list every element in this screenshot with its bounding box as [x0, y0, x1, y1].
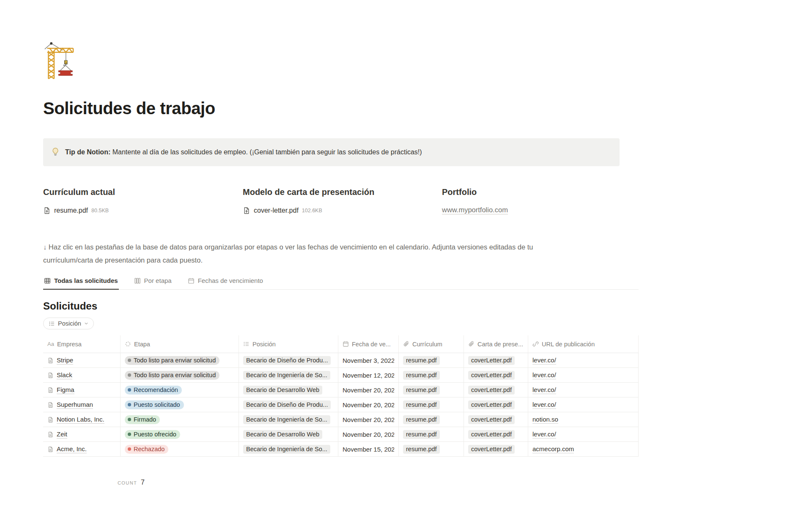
due-date-cell[interactable]: November 20, 2022: [338, 427, 399, 441]
due-date-cell[interactable]: November 12, 2022: [338, 368, 399, 382]
position-tag[interactable]: Becario de Ingeniería de So...: [243, 371, 330, 380]
file-name[interactable]: cover-letter.pdf: [254, 207, 299, 214]
company-cell[interactable]: Superhuman: [43, 397, 121, 412]
column-header-curriculum[interactable]: Currículum: [399, 335, 464, 353]
company-link[interactable]: Slack: [57, 371, 72, 379]
due-date-cell[interactable]: November 20, 2022: [338, 383, 399, 397]
due-date-cell[interactable]: November 20, 2022: [338, 412, 399, 427]
position-cell[interactable]: Becario de Ingeniería de So...: [239, 442, 338, 456]
stage-cell[interactable]: Todo listo para enviar solicitud: [121, 353, 239, 367]
url-cell[interactable]: notion.so: [528, 412, 639, 427]
posting-url-link[interactable]: acmecorp.com: [532, 445, 574, 453]
table-row[interactable]: Zeit Puesto ofrecido Becario de Desarrol…: [43, 427, 639, 442]
cover-letter-file-tag[interactable]: coverLetter.pdf: [468, 356, 515, 365]
company-link[interactable]: Superhuman: [57, 401, 93, 409]
position-cell[interactable]: Becario de Desarrollo Web: [239, 427, 338, 441]
column-header-fecha[interactable]: Fecha de ve...: [338, 335, 399, 353]
cover-letter-file-tag[interactable]: coverLetter.pdf: [468, 445, 515, 454]
stage-cell[interactable]: Rechazado: [121, 442, 239, 456]
stage-cell[interactable]: Puesto solicitado: [121, 397, 239, 412]
stage-tag[interactable]: Todo listo para enviar solicitud: [125, 356, 219, 365]
curriculum-cell[interactable]: resume.pdf: [399, 397, 464, 412]
count-calculation[interactable]: COUNT 7: [43, 479, 145, 486]
stage-tag[interactable]: Todo listo para enviar solicitud: [125, 371, 219, 380]
company-cell[interactable]: Stripe: [43, 353, 121, 367]
column-header-url[interactable]: URL de publicación: [528, 335, 639, 353]
company-link[interactable]: Notion Labs, Inc.: [57, 416, 104, 424]
url-cell[interactable]: lever.co/: [528, 383, 639, 397]
due-date-cell[interactable]: November 15, 2022: [338, 442, 399, 456]
company-cell[interactable]: Slack: [43, 368, 121, 382]
position-tag[interactable]: Becario de Ingeniería de So...: [243, 445, 330, 454]
cover-letter-file-tag[interactable]: coverLetter.pdf: [468, 415, 515, 424]
posting-url-link[interactable]: lever.co/: [532, 430, 556, 438]
position-tag[interactable]: Becario de Desarrollo Web: [243, 386, 322, 395]
cover-letter-cell[interactable]: coverLetter.pdf: [464, 442, 528, 456]
resume-file-tag[interactable]: resume.pdf: [403, 415, 440, 424]
position-cell[interactable]: Becario de Diseño de Produ...: [239, 397, 338, 412]
position-tag[interactable]: Becario de Diseño de Produ...: [243, 400, 331, 409]
resume-file-tag[interactable]: resume.pdf: [403, 430, 440, 439]
company-cell[interactable]: Acme, Inc.: [43, 442, 121, 456]
table-row[interactable]: Superhuman Puesto solicitado Becario de …: [43, 397, 639, 412]
url-cell[interactable]: lever.co/: [528, 368, 639, 382]
cover-letter-file-tag[interactable]: coverLetter.pdf: [468, 386, 515, 395]
cover-letter-cell[interactable]: coverLetter.pdf: [464, 427, 528, 441]
company-cell[interactable]: Notion Labs, Inc.: [43, 412, 121, 427]
position-tag[interactable]: Becario de Desarrollo Web: [243, 430, 322, 439]
posting-url-link[interactable]: lever.co/: [532, 386, 556, 394]
cover-letter-cell[interactable]: coverLetter.pdf: [464, 397, 528, 412]
stage-cell[interactable]: Puesto ofrecido: [121, 427, 239, 441]
column-header-posicion[interactable]: Posición: [239, 335, 338, 353]
column-header-carta[interactable]: Carta de prese...: [464, 335, 528, 353]
resume-file-tag[interactable]: resume.pdf: [403, 400, 440, 409]
cover-letter-cell[interactable]: coverLetter.pdf: [464, 368, 528, 382]
stage-cell[interactable]: Recomendación: [121, 383, 239, 397]
url-cell[interactable]: lever.co/: [528, 427, 639, 441]
position-cell[interactable]: Becario de Ingeniería de So...: [239, 412, 338, 427]
company-link[interactable]: Stripe: [57, 356, 73, 364]
company-link[interactable]: Figma: [57, 386, 74, 394]
cover-letter-file[interactable]: cover-letter.pdf 102.6KB: [243, 207, 442, 214]
curriculum-cell[interactable]: resume.pdf: [399, 353, 464, 367]
company-cell[interactable]: Figma: [43, 383, 121, 397]
column-header-empresa[interactable]: Aa Empresa: [43, 335, 121, 353]
stage-tag[interactable]: Puesto ofrecido: [125, 430, 180, 439]
posting-url-link[interactable]: lever.co/: [532, 356, 556, 364]
cover-letter-cell[interactable]: coverLetter.pdf: [464, 412, 528, 427]
construction-crane-icon[interactable]: [43, 40, 84, 81]
resume-file-tag[interactable]: resume.pdf: [403, 356, 440, 365]
tab-todas-las-solicitudes[interactable]: Todas las solicitudes: [43, 277, 119, 290]
tab-fechas-de-vencimiento[interactable]: Fechas de vencimiento: [187, 277, 264, 290]
cover-letter-file-tag[interactable]: coverLetter.pdf: [468, 430, 515, 439]
stage-cell[interactable]: Todo listo para enviar solicitud: [121, 368, 239, 382]
column-header-etapa[interactable]: Etapa: [121, 335, 239, 353]
table-row[interactable]: Acme, Inc. Rechazado Becario de Ingenier…: [43, 442, 639, 457]
posting-url-link[interactable]: lever.co/: [532, 371, 556, 379]
stage-tag[interactable]: Firmado: [125, 415, 160, 424]
table-row[interactable]: Stripe Todo listo para enviar solicitud …: [43, 353, 639, 368]
company-link[interactable]: Zeit: [57, 430, 67, 438]
resume-file-tag[interactable]: resume.pdf: [403, 371, 440, 380]
table-row[interactable]: Notion Labs, Inc. Firmado Becario de Ing…: [43, 412, 639, 427]
due-date-cell[interactable]: November 20, 2022: [338, 397, 399, 412]
table-row[interactable]: Figma Recomendación Becario de Desarroll…: [43, 383, 639, 397]
stage-tag[interactable]: Rechazado: [125, 445, 168, 454]
resume-file[interactable]: resume.pdf 80.5KB: [43, 207, 243, 214]
resume-file-tag[interactable]: resume.pdf: [403, 386, 440, 395]
position-cell[interactable]: Becario de Desarrollo Web: [239, 383, 338, 397]
cover-letter-file-tag[interactable]: coverLetter.pdf: [468, 400, 515, 409]
file-name[interactable]: resume.pdf: [54, 207, 88, 214]
cover-letter-file-tag[interactable]: coverLetter.pdf: [468, 371, 515, 380]
stage-cell[interactable]: Firmado: [121, 412, 239, 427]
resume-file-tag[interactable]: resume.pdf: [403, 445, 440, 454]
position-filter-button[interactable]: Posición: [43, 318, 94, 329]
position-tag[interactable]: Becario de Diseño de Produ...: [243, 356, 331, 365]
position-cell[interactable]: Becario de Ingeniería de So...: [239, 368, 338, 382]
table-row[interactable]: Slack Todo listo para enviar solicitud B…: [43, 368, 639, 383]
stage-tag[interactable]: Puesto solicitado: [125, 400, 184, 409]
curriculum-cell[interactable]: resume.pdf: [399, 383, 464, 397]
url-cell[interactable]: lever.co/: [528, 397, 639, 412]
position-tag[interactable]: Becario de Ingeniería de So...: [243, 415, 330, 424]
curriculum-cell[interactable]: resume.pdf: [399, 427, 464, 441]
